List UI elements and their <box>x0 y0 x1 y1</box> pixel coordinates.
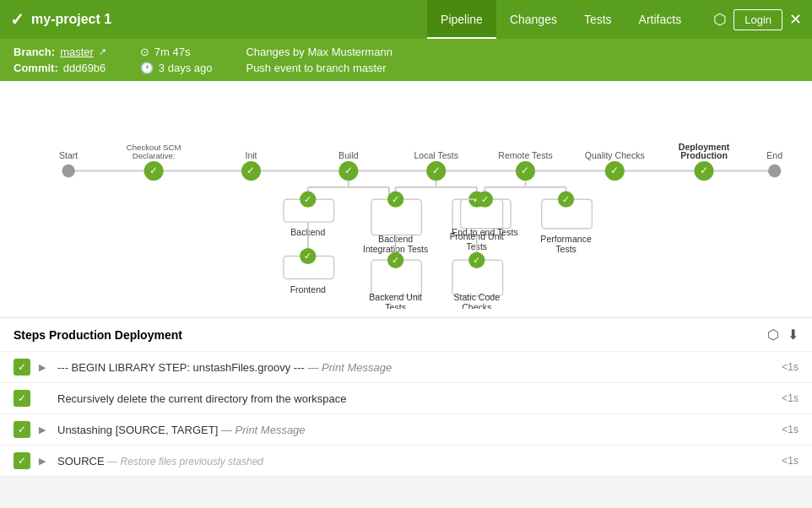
svg-text:✓: ✓ <box>344 165 353 176</box>
subheader: Branch: master ↗ Commit: ddd69b6 ⊙ 7m 47… <box>0 39 812 81</box>
step-text: Unstashing [SOURCE, TARGET] — Print Mess… <box>57 424 773 436</box>
nav-tabs: Pipeline Changes Tests Artifacts <box>427 0 695 39</box>
tab-artifacts[interactable]: Artifacts <box>625 0 696 39</box>
svg-text:Quality Checks: Quality Checks <box>585 150 645 160</box>
open-external-button[interactable]: ⬡ <box>767 327 779 343</box>
step-status-icon: ✓ <box>14 390 30 407</box>
branch-label: Branch: <box>14 46 55 58</box>
svg-text:✓: ✓ <box>473 255 480 265</box>
branch-commit-col: Branch: master ↗ Commit: ddd69b6 <box>14 46 106 74</box>
svg-point-78 <box>768 165 781 177</box>
close-button[interactable]: ✕ <box>789 10 802 29</box>
svg-text:End: End <box>766 150 782 160</box>
svg-text:Static Code: Static Code <box>454 292 501 302</box>
step-text: --- BEGIN LIBRARY STEP: unstashFiles.gro… <box>57 361 773 374</box>
external-icon-small: ↗ <box>99 46 106 57</box>
svg-text:✓: ✓ <box>392 255 399 265</box>
steps-actions: ⬡ ⬇ <box>767 327 798 343</box>
svg-text:✓: ✓ <box>149 165 158 176</box>
step-status-icon: ✓ <box>14 421 30 438</box>
svg-text:End to end Tests: End to end Tests <box>452 227 518 237</box>
duration-value: 7m 47s <box>154 46 191 58</box>
main-header: ✓ my-project 1 Pipeline Changes Tests Ar… <box>0 0 812 39</box>
time-ago: 3 days ago <box>159 62 213 74</box>
steps-title: Steps Production Deployment <box>14 328 182 342</box>
step-expand-icon[interactable]: ▶ <box>39 362 46 373</box>
time-icon: 🕐 <box>140 62 154 74</box>
svg-text:Start: Start <box>59 150 78 160</box>
step-status-icon: ✓ <box>14 452 30 469</box>
svg-text:Frontend: Frontend <box>290 284 326 295</box>
step-time: <1s <box>782 392 798 404</box>
svg-text:✓: ✓ <box>247 165 256 176</box>
svg-text:Checks: Checks <box>462 302 491 309</box>
svg-text:Backend Unit: Backend Unit <box>369 292 422 302</box>
tab-changes[interactable]: Changes <box>496 0 571 39</box>
svg-text:Init: Init <box>245 150 257 160</box>
svg-text:Checkout SCM: Checkout SCM <box>127 143 181 152</box>
header-actions: ⬡ Login ✕ <box>713 9 802 30</box>
svg-text:Production: Production <box>680 150 728 160</box>
svg-text:Local Tests: Local Tests <box>414 150 458 160</box>
step-status-icon: ✓ <box>14 359 30 376</box>
external-link-icon[interactable]: ⬡ <box>713 10 727 29</box>
svg-text:✓: ✓ <box>304 194 311 204</box>
step-text: SOURCE — Restore files previously stashe… <box>57 455 773 467</box>
timing-col: ⊙ 7m 47s 🕐 3 days ago <box>140 46 213 74</box>
steps-header: Steps Production Deployment ⬡ ⬇ <box>0 318 812 352</box>
svg-text:✓: ✓ <box>522 165 530 176</box>
pipeline-svg: ✓ Backend ✓ Frontend ✓ Backend Integrati… <box>17 98 802 309</box>
svg-text:Tests: Tests <box>385 302 406 309</box>
download-button[interactable]: ⬇ <box>788 327 798 343</box>
step-row: ✓ ▶ Recursively delete the current direc… <box>0 383 812 414</box>
svg-text:✓: ✓ <box>392 194 399 204</box>
step-time: <1s <box>782 424 798 435</box>
clock-icon: ⊙ <box>140 46 149 58</box>
check-icon: ✓ <box>10 9 24 30</box>
step-expand-icon[interactable]: ▶ <box>39 393 46 404</box>
commit-value: ddd69b6 <box>63 62 106 74</box>
step-expand-icon[interactable]: ▶ <box>39 424 46 435</box>
project-title: ✓ my-project 1 <box>10 9 419 30</box>
svg-text:Deployment: Deployment <box>679 142 730 152</box>
svg-text:✓: ✓ <box>432 165 441 176</box>
svg-text:Tests: Tests <box>555 244 577 254</box>
step-row: ✓ ▶ Unstashing [SOURCE, TARGET] — Print … <box>0 414 812 446</box>
branch-value[interactable]: master <box>60 46 94 58</box>
pipeline-area: ✓ Backend ✓ Frontend ✓ Backend Integrati… <box>0 81 812 317</box>
project-name: my-project 1 <box>31 12 111 27</box>
step-expand-icon[interactable]: ▶ <box>39 456 46 467</box>
event-col: Changes by Max Mustermann Push event to … <box>246 46 392 74</box>
step-row: ✓ ▶ --- BEGIN LIBRARY STEP: unstashFiles… <box>0 352 812 383</box>
commit-label: Commit: <box>14 62 58 74</box>
svg-text:✓: ✓ <box>610 165 619 176</box>
svg-text:Declarative:: Declarative: <box>133 151 176 160</box>
svg-text:✓: ✓ <box>481 194 489 204</box>
svg-point-53 <box>62 165 74 177</box>
push-event: Push event to branch master <box>246 62 386 74</box>
login-button[interactable]: Login <box>734 9 782 30</box>
changes-by: Changes by Max Mustermann <box>246 46 392 58</box>
svg-text:✓: ✓ <box>304 251 311 261</box>
svg-text:Performance: Performance <box>540 234 592 244</box>
svg-text:✓: ✓ <box>700 165 708 176</box>
svg-text:Build: Build <box>338 150 359 160</box>
tab-pipeline[interactable]: Pipeline <box>427 0 496 39</box>
tab-tests[interactable]: Tests <box>571 0 625 39</box>
step-text: Recursively delete the current directory… <box>57 392 773 405</box>
svg-text:Remote Tests: Remote Tests <box>498 150 552 160</box>
steps-area: Steps Production Deployment ⬡ ⬇ ✓ ▶ --- … <box>0 317 812 477</box>
step-row: ✓ ▶ SOURCE — Restore files previously st… <box>0 446 812 477</box>
step-time: <1s <box>782 361 798 373</box>
svg-text:✓: ✓ <box>562 194 570 204</box>
step-time: <1s <box>782 455 798 467</box>
